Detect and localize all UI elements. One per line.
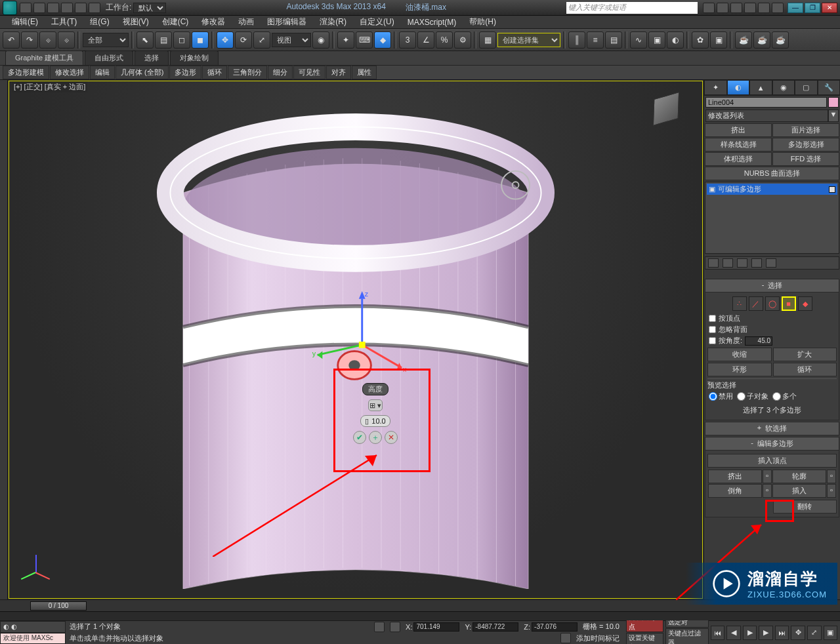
named-sets-input[interactable]: 创建选择集 (497, 33, 560, 47)
ignore-backface-checkbox[interactable] (709, 326, 716, 333)
make-unique-icon[interactable] (737, 258, 747, 268)
mirror-icon[interactable]: ║ (568, 31, 585, 49)
asnap-icon[interactable]: ∠ (417, 31, 434, 49)
mod-button[interactable]: 体积选择 (705, 152, 772, 166)
coord-y[interactable]: -8487.722 (472, 622, 518, 632)
move-icon[interactable]: ✥ (217, 31, 234, 49)
mod-button[interactable]: 样条线选择 (705, 138, 772, 151)
lock-icon[interactable] (374, 622, 385, 632)
unlink-icon[interactable]: ⟐ (58, 31, 75, 49)
menu-item[interactable]: 创建(C) (156, 15, 196, 29)
pin-icon[interactable] (708, 258, 719, 268)
extrude-button[interactable]: 挤出 (708, 470, 762, 483)
layer-icon[interactable]: ▤ (605, 31, 622, 49)
undo-icon[interactable]: ↶ (3, 31, 20, 49)
menu-item[interactable]: 帮助(H) (463, 15, 503, 29)
menu-item[interactable]: 编辑(E) (5, 15, 45, 29)
window-crossing-icon[interactable]: ◼ (192, 31, 209, 49)
menu-item[interactable]: 动画 (232, 15, 261, 29)
scale-icon[interactable]: ⤢ (253, 31, 270, 49)
mod-button[interactable]: 挤出 (705, 123, 772, 137)
next-frame-icon[interactable]: ▶ (759, 626, 773, 640)
flip-button[interactable]: 翻转 (773, 500, 837, 513)
ring-button[interactable]: 环形 (707, 363, 772, 376)
inset-button[interactable]: 插入 (772, 484, 826, 498)
vertex-icon[interactable]: ∴ (732, 296, 747, 311)
preview-sub-radio[interactable]: 子对象 (737, 392, 768, 401)
viewcube[interactable] (646, 89, 686, 130)
mod-button[interactable]: FFD 选择 (772, 152, 839, 166)
ic-icon[interactable] (772, 3, 784, 13)
object-name-field[interactable] (705, 97, 827, 108)
caddy-ok-icon[interactable]: ✔ (353, 431, 366, 444)
qa-icon[interactable] (33, 3, 45, 13)
schematic-icon[interactable]: ▣ (648, 31, 665, 49)
mod-button[interactable]: 多边形选择 (772, 138, 839, 151)
graphite-panel[interactable]: 编辑 (90, 66, 115, 79)
curve-ed-icon[interactable]: ∿ (630, 31, 647, 49)
graphite-panel[interactable]: 循环 (202, 66, 227, 79)
spinner-icon[interactable]: ⚙ (454, 31, 471, 49)
by-angle-checkbox[interactable] (709, 337, 716, 344)
viewport-label[interactable]: [+] [正交] [真实 + 边面] (12, 81, 87, 92)
menu-item[interactable]: 自定义(U) (353, 15, 401, 29)
hierarchy-tab-icon[interactable]: ▲ (749, 80, 772, 95)
config-icon[interactable] (766, 258, 776, 268)
coord-z[interactable]: -37.076 (532, 622, 578, 632)
grow-button[interactable]: 扩大 (773, 348, 837, 361)
angle-spinner[interactable]: 45.0 (745, 336, 772, 346)
graphite-panel[interactable]: 多边形 (169, 66, 201, 79)
min-button[interactable]: — (788, 3, 803, 13)
close-button[interactable]: ✕ (822, 3, 837, 13)
timetag-label[interactable]: 添加时间标记 (576, 634, 620, 643)
mod-button[interactable]: 面片选择 (772, 123, 839, 137)
mod-button[interactable]: NURBS 曲面选择 (705, 167, 839, 180)
graphite-panel[interactable]: 对齐 (326, 66, 351, 79)
prev-key-icon[interactable]: ⏮ (711, 626, 725, 640)
menu-item[interactable]: 视图(V) (116, 15, 156, 29)
menu-item[interactable]: 组(G) (83, 15, 116, 29)
preview-off-radio[interactable]: 禁用 (709, 392, 733, 401)
rotate-icon[interactable]: ⟳ (235, 31, 252, 49)
caddy-value-input[interactable]: ▯10.0 (360, 415, 390, 427)
graphite-tab[interactable]: 自由形式 (85, 50, 133, 65)
by-vertex-checkbox[interactable] (709, 315, 716, 322)
insert-vert-button[interactable]: 插入顶点 (707, 454, 837, 468)
render-as-icon[interactable]: ☕ (772, 31, 789, 49)
graphite-panel[interactable]: 属性 (352, 66, 377, 79)
graphite-panel[interactable]: 多边形建模 (3, 66, 49, 79)
modifier-list-dropdown[interactable]: ▼ (828, 110, 839, 122)
loop-button[interactable]: 循环 (773, 363, 837, 376)
max-button[interactable]: ❐ (805, 3, 820, 13)
modifier-stack[interactable]: ▣ 可编辑多边形 (705, 182, 839, 254)
stack-item[interactable]: ▣ 可编辑多边形 (707, 184, 837, 195)
utilities-tab-icon[interactable]: 🔧 (818, 80, 841, 95)
snap3-icon[interactable]: 3 (399, 31, 416, 49)
qa-icon[interactable] (89, 3, 100, 13)
viewport[interactable]: z x y 高度 ⊞ ▾ ▯10.0 ✔ ＋ ✕ (9, 81, 702, 598)
rect-marquee-icon[interactable]: ◻ (173, 31, 190, 49)
color-swatch[interactable] (828, 97, 839, 108)
qa-icon[interactable] (61, 3, 73, 13)
select-name-icon[interactable]: ▤ (155, 31, 172, 49)
menu-item[interactable]: MAXScript(M) (401, 16, 463, 28)
caddy-mode-button[interactable]: ⊞ ▾ (368, 399, 383, 411)
inset-settings-icon[interactable]: ▫ (827, 484, 836, 498)
graphite-panel[interactable]: 可见性 (293, 66, 326, 79)
align-icon[interactable]: ≡ (587, 31, 604, 49)
graphite-tab[interactable]: Graphite 建模工具 (5, 50, 83, 65)
redo-icon[interactable]: ↷ (21, 31, 38, 49)
graphite-panel[interactable]: 几何体 (全部) (116, 66, 169, 79)
extrude-settings-icon[interactable]: ▫ (763, 470, 772, 483)
motion-tab-icon[interactable]: ◉ (772, 80, 795, 95)
outline-button[interactable]: 轮廓 (772, 470, 826, 483)
refcoord-dropdown[interactable]: 视图 (272, 33, 311, 47)
render-setup-icon[interactable]: ✿ (692, 31, 709, 49)
caddy-apply-icon[interactable]: ＋ (369, 431, 382, 444)
graphite-panel[interactable]: 修改选择 (50, 66, 89, 79)
menu-item[interactable]: 修改器 (195, 15, 232, 29)
nav-icon[interactable]: ⤢ (807, 626, 822, 640)
graphite-tab[interactable]: 选择 (135, 50, 169, 65)
next-key-icon[interactable]: ⏭ (775, 626, 789, 640)
menu-item[interactable]: 图形编辑器 (261, 15, 313, 29)
